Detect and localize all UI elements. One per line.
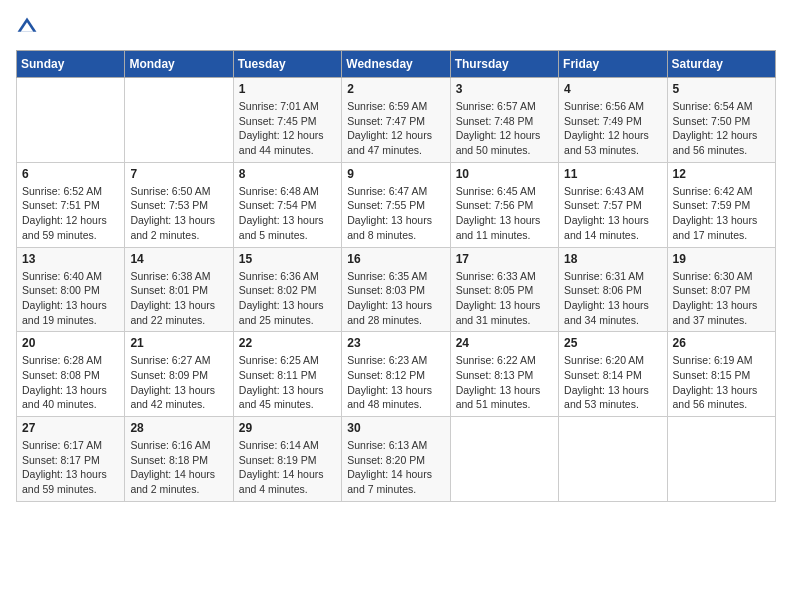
day-number: 9: [347, 167, 444, 181]
day-info: Sunrise: 6:47 AM Sunset: 7:55 PM Dayligh…: [347, 184, 444, 243]
page-header: [16, 16, 776, 38]
day-cell: 23Sunrise: 6:23 AM Sunset: 8:12 PM Dayli…: [342, 332, 450, 417]
day-number: 19: [673, 252, 770, 266]
day-cell: 21Sunrise: 6:27 AM Sunset: 8:09 PM Dayli…: [125, 332, 233, 417]
day-info: Sunrise: 6:52 AM Sunset: 7:51 PM Dayligh…: [22, 184, 119, 243]
day-cell: 18Sunrise: 6:31 AM Sunset: 8:06 PM Dayli…: [559, 247, 667, 332]
day-info: Sunrise: 6:56 AM Sunset: 7:49 PM Dayligh…: [564, 99, 661, 158]
weekday-header-thursday: Thursday: [450, 51, 558, 78]
day-cell: [125, 78, 233, 163]
day-cell: 14Sunrise: 6:38 AM Sunset: 8:01 PM Dayli…: [125, 247, 233, 332]
day-cell: 25Sunrise: 6:20 AM Sunset: 8:14 PM Dayli…: [559, 332, 667, 417]
day-info: Sunrise: 6:19 AM Sunset: 8:15 PM Dayligh…: [673, 353, 770, 412]
day-number: 12: [673, 167, 770, 181]
day-info: Sunrise: 6:30 AM Sunset: 8:07 PM Dayligh…: [673, 269, 770, 328]
day-info: Sunrise: 6:13 AM Sunset: 8:20 PM Dayligh…: [347, 438, 444, 497]
day-info: Sunrise: 6:35 AM Sunset: 8:03 PM Dayligh…: [347, 269, 444, 328]
day-info: Sunrise: 6:20 AM Sunset: 8:14 PM Dayligh…: [564, 353, 661, 412]
day-number: 29: [239, 421, 336, 435]
day-info: Sunrise: 6:16 AM Sunset: 8:18 PM Dayligh…: [130, 438, 227, 497]
day-number: 2: [347, 82, 444, 96]
day-info: Sunrise: 6:40 AM Sunset: 8:00 PM Dayligh…: [22, 269, 119, 328]
day-info: Sunrise: 6:45 AM Sunset: 7:56 PM Dayligh…: [456, 184, 553, 243]
day-cell: 5Sunrise: 6:54 AM Sunset: 7:50 PM Daylig…: [667, 78, 775, 163]
day-number: 14: [130, 252, 227, 266]
day-info: Sunrise: 6:31 AM Sunset: 8:06 PM Dayligh…: [564, 269, 661, 328]
day-number: 22: [239, 336, 336, 350]
day-info: Sunrise: 6:25 AM Sunset: 8:11 PM Dayligh…: [239, 353, 336, 412]
day-info: Sunrise: 6:33 AM Sunset: 8:05 PM Dayligh…: [456, 269, 553, 328]
day-cell: 24Sunrise: 6:22 AM Sunset: 8:13 PM Dayli…: [450, 332, 558, 417]
day-info: Sunrise: 6:38 AM Sunset: 8:01 PM Dayligh…: [130, 269, 227, 328]
day-cell: 27Sunrise: 6:17 AM Sunset: 8:17 PM Dayli…: [17, 417, 125, 502]
day-info: Sunrise: 6:36 AM Sunset: 8:02 PM Dayligh…: [239, 269, 336, 328]
day-number: 1: [239, 82, 336, 96]
day-cell: 6Sunrise: 6:52 AM Sunset: 7:51 PM Daylig…: [17, 162, 125, 247]
day-cell: [667, 417, 775, 502]
day-cell: [559, 417, 667, 502]
weekday-header-tuesday: Tuesday: [233, 51, 341, 78]
week-row-5: 27Sunrise: 6:17 AM Sunset: 8:17 PM Dayli…: [17, 417, 776, 502]
day-cell: 28Sunrise: 6:16 AM Sunset: 8:18 PM Dayli…: [125, 417, 233, 502]
day-info: Sunrise: 6:27 AM Sunset: 8:09 PM Dayligh…: [130, 353, 227, 412]
day-number: 3: [456, 82, 553, 96]
day-cell: 7Sunrise: 6:50 AM Sunset: 7:53 PM Daylig…: [125, 162, 233, 247]
logo-icon: [16, 16, 38, 38]
day-number: 24: [456, 336, 553, 350]
day-number: 26: [673, 336, 770, 350]
day-cell: 9Sunrise: 6:47 AM Sunset: 7:55 PM Daylig…: [342, 162, 450, 247]
day-number: 16: [347, 252, 444, 266]
day-number: 21: [130, 336, 227, 350]
day-info: Sunrise: 6:43 AM Sunset: 7:57 PM Dayligh…: [564, 184, 661, 243]
weekday-header-wednesday: Wednesday: [342, 51, 450, 78]
weekday-header-row: SundayMondayTuesdayWednesdayThursdayFrid…: [17, 51, 776, 78]
day-info: Sunrise: 6:28 AM Sunset: 8:08 PM Dayligh…: [22, 353, 119, 412]
day-info: Sunrise: 7:01 AM Sunset: 7:45 PM Dayligh…: [239, 99, 336, 158]
day-cell: [450, 417, 558, 502]
day-number: 4: [564, 82, 661, 96]
weekday-header-monday: Monday: [125, 51, 233, 78]
weekday-header-friday: Friday: [559, 51, 667, 78]
day-number: 5: [673, 82, 770, 96]
day-cell: 13Sunrise: 6:40 AM Sunset: 8:00 PM Dayli…: [17, 247, 125, 332]
day-cell: 11Sunrise: 6:43 AM Sunset: 7:57 PM Dayli…: [559, 162, 667, 247]
day-cell: [17, 78, 125, 163]
day-number: 20: [22, 336, 119, 350]
day-number: 30: [347, 421, 444, 435]
day-cell: 22Sunrise: 6:25 AM Sunset: 8:11 PM Dayli…: [233, 332, 341, 417]
day-cell: 1Sunrise: 7:01 AM Sunset: 7:45 PM Daylig…: [233, 78, 341, 163]
day-cell: 30Sunrise: 6:13 AM Sunset: 8:20 PM Dayli…: [342, 417, 450, 502]
logo: [16, 16, 42, 38]
day-info: Sunrise: 6:54 AM Sunset: 7:50 PM Dayligh…: [673, 99, 770, 158]
day-cell: 16Sunrise: 6:35 AM Sunset: 8:03 PM Dayli…: [342, 247, 450, 332]
day-number: 11: [564, 167, 661, 181]
day-cell: 4Sunrise: 6:56 AM Sunset: 7:49 PM Daylig…: [559, 78, 667, 163]
day-number: 10: [456, 167, 553, 181]
day-cell: 10Sunrise: 6:45 AM Sunset: 7:56 PM Dayli…: [450, 162, 558, 247]
day-number: 15: [239, 252, 336, 266]
day-number: 6: [22, 167, 119, 181]
weekday-header-sunday: Sunday: [17, 51, 125, 78]
day-info: Sunrise: 6:59 AM Sunset: 7:47 PM Dayligh…: [347, 99, 444, 158]
day-number: 18: [564, 252, 661, 266]
week-row-3: 13Sunrise: 6:40 AM Sunset: 8:00 PM Dayli…: [17, 247, 776, 332]
weekday-header-saturday: Saturday: [667, 51, 775, 78]
day-info: Sunrise: 6:23 AM Sunset: 8:12 PM Dayligh…: [347, 353, 444, 412]
day-info: Sunrise: 6:42 AM Sunset: 7:59 PM Dayligh…: [673, 184, 770, 243]
day-number: 13: [22, 252, 119, 266]
day-cell: 15Sunrise: 6:36 AM Sunset: 8:02 PM Dayli…: [233, 247, 341, 332]
day-cell: 26Sunrise: 6:19 AM Sunset: 8:15 PM Dayli…: [667, 332, 775, 417]
day-number: 7: [130, 167, 227, 181]
week-row-2: 6Sunrise: 6:52 AM Sunset: 7:51 PM Daylig…: [17, 162, 776, 247]
day-cell: 20Sunrise: 6:28 AM Sunset: 8:08 PM Dayli…: [17, 332, 125, 417]
day-number: 23: [347, 336, 444, 350]
day-number: 27: [22, 421, 119, 435]
day-cell: 19Sunrise: 6:30 AM Sunset: 8:07 PM Dayli…: [667, 247, 775, 332]
day-number: 28: [130, 421, 227, 435]
day-info: Sunrise: 6:17 AM Sunset: 8:17 PM Dayligh…: [22, 438, 119, 497]
day-cell: 29Sunrise: 6:14 AM Sunset: 8:19 PM Dayli…: [233, 417, 341, 502]
calendar-table: SundayMondayTuesdayWednesdayThursdayFrid…: [16, 50, 776, 502]
day-info: Sunrise: 6:22 AM Sunset: 8:13 PM Dayligh…: [456, 353, 553, 412]
day-info: Sunrise: 6:48 AM Sunset: 7:54 PM Dayligh…: [239, 184, 336, 243]
day-info: Sunrise: 6:14 AM Sunset: 8:19 PM Dayligh…: [239, 438, 336, 497]
